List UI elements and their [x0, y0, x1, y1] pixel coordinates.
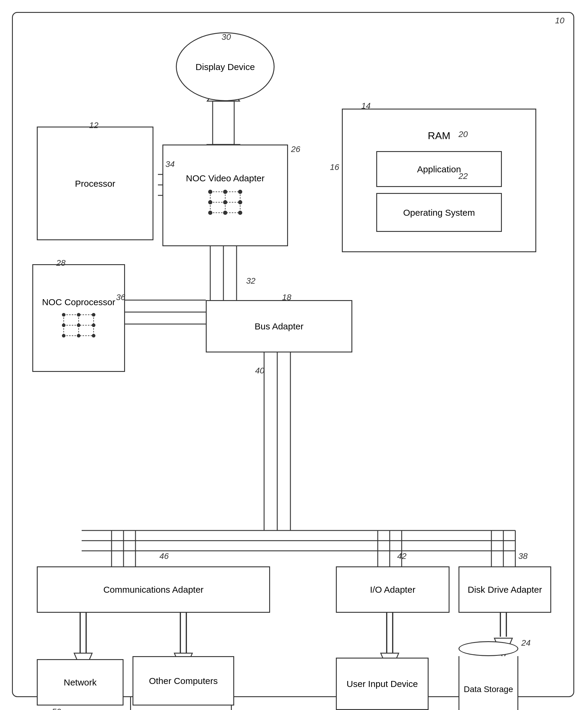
svg-point-75 — [62, 324, 66, 327]
data-storage-label: Data Storage — [464, 684, 513, 695]
svg-point-80 — [92, 334, 95, 337]
ram-label: RAM — [428, 129, 450, 142]
ref-16: 16 — [330, 163, 339, 172]
svg-point-63 — [208, 211, 212, 215]
io-adapter-label: I/O Adapter — [370, 584, 415, 595]
svg-point-77 — [92, 324, 95, 327]
svg-point-74 — [92, 313, 95, 316]
operating-system-box: Operating System — [376, 193, 502, 232]
other-computers-label: Other Computers — [149, 675, 218, 687]
svg-point-76 — [77, 324, 80, 327]
svg-point-79 — [77, 334, 80, 337]
data-storage-cylinder: Data Storage — [459, 641, 518, 710]
svg-point-64 — [223, 211, 227, 215]
noc-video-grid — [204, 186, 246, 219]
network-box: Network — [37, 659, 124, 706]
processor-label: Processor — [75, 178, 115, 189]
ref-32: 32 — [246, 276, 255, 286]
svg-point-72 — [62, 313, 66, 316]
other-computers-outer: Other Computers — [132, 656, 234, 709]
ref-38: 38 — [518, 551, 528, 561]
ref-36: 36 — [116, 292, 125, 302]
ref-40: 40 — [255, 366, 264, 376]
svg-marker-6 — [213, 101, 234, 144]
user-input-device-box: User Input Device — [336, 658, 428, 710]
noc-video-adapter-box: NOC Video Adapter — [163, 144, 288, 246]
network-label: Network — [64, 677, 97, 688]
other-computers-box: Other Computers — [132, 656, 234, 706]
ref-26: 26 — [291, 144, 300, 154]
ref-10: 10 — [555, 16, 564, 25]
ref-48: 48 — [156, 709, 166, 710]
operating-system-label: Operating System — [403, 207, 475, 218]
processor-box: Processor — [37, 126, 153, 240]
ref-46: 46 — [160, 551, 169, 561]
noc-coprocessor-grid — [59, 310, 98, 340]
ram-box: RAM Application Operating System — [342, 109, 536, 252]
ref-20: 20 — [459, 129, 468, 139]
ref-24: 24 — [521, 638, 531, 648]
svg-point-59 — [238, 190, 242, 194]
svg-point-58 — [223, 190, 227, 194]
communications-adapter-label: Communications Adapter — [103, 584, 203, 595]
diagram-container: 10 — [12, 12, 574, 697]
ref-30: 30 — [222, 32, 231, 42]
bus-adapter-label: Bus Adapter — [254, 321, 303, 332]
ref-12: 12 — [89, 121, 98, 130]
ref-18: 18 — [282, 292, 291, 302]
svg-point-73 — [77, 313, 80, 316]
svg-point-65 — [238, 211, 242, 215]
ref-42: 42 — [397, 551, 407, 561]
svg-point-62 — [238, 200, 242, 204]
user-input-device-label: User Input Device — [347, 678, 418, 690]
noc-coprocessor-label: NOC Coprocessor — [42, 296, 115, 308]
svg-point-61 — [223, 200, 227, 204]
noc-video-adapter-label: NOC Video Adapter — [186, 172, 265, 184]
cylinder-top — [459, 641, 518, 656]
ref-50: 50 — [52, 707, 61, 710]
ref-22: 22 — [459, 171, 468, 181]
ref-14: 14 — [361, 101, 371, 111]
application-box: Application — [376, 151, 502, 187]
disk-drive-adapter-box: Disk Drive Adapter — [459, 566, 551, 613]
svg-point-57 — [208, 190, 212, 194]
disk-drive-adapter-label: Disk Drive Adapter — [468, 584, 542, 595]
application-label: Application — [417, 163, 461, 175]
display-device-box: Display Device — [176, 32, 274, 101]
cylinder-body: Data Storage — [459, 656, 518, 710]
ref-34: 34 — [165, 160, 175, 169]
svg-point-78 — [62, 334, 66, 337]
svg-point-60 — [208, 200, 212, 204]
noc-coprocessor-box: NOC Coprocessor — [32, 264, 125, 372]
io-adapter-box: I/O Adapter — [336, 566, 449, 613]
ref-28: 28 — [56, 258, 66, 268]
display-device-label: Display Device — [196, 61, 255, 73]
communications-adapter-box: Communications Adapter — [37, 566, 270, 613]
bus-adapter-box: Bus Adapter — [206, 300, 352, 352]
